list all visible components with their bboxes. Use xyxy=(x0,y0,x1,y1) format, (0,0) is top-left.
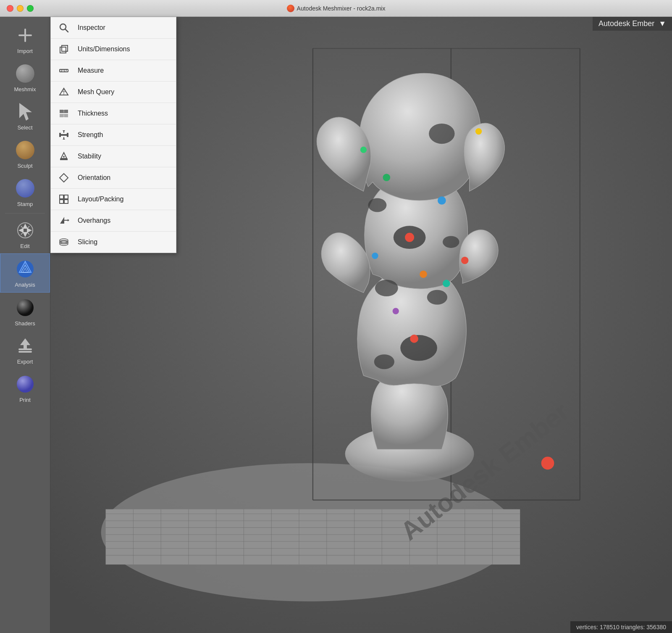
plus-icon xyxy=(14,24,36,46)
meshmix-icon xyxy=(14,63,36,84)
analysis-icon xyxy=(14,258,36,280)
sidebar-label-print: Print xyxy=(19,397,31,403)
svg-marker-42 xyxy=(63,130,65,132)
sidebar-item-meshmix[interactable]: Meshmix xyxy=(0,58,50,97)
analysis-item-strength[interactable]: Strength xyxy=(51,124,176,146)
slicing-icon xyxy=(58,236,70,248)
status-text: vertices: 178510 triangles: 356380 xyxy=(576,624,666,630)
svg-point-95 xyxy=(443,236,459,248)
maximize-button[interactable] xyxy=(27,5,34,12)
units-dimensions-label: Units/Dimensions xyxy=(78,45,130,53)
sidebar-item-stamp[interactable]: Stamp xyxy=(0,173,50,211)
sidebar-item-import[interactable]: Import xyxy=(0,20,50,58)
analysis-item-units-dimensions[interactable]: Units/Dimensions xyxy=(51,39,176,60)
svg-point-92 xyxy=(400,335,437,361)
svg-rect-48 xyxy=(60,195,63,199)
slicing-label: Slicing xyxy=(78,238,97,246)
svg-marker-20 xyxy=(20,338,30,348)
svg-marker-47 xyxy=(60,174,68,182)
inspector-label: Inspector xyxy=(78,24,105,32)
search-icon xyxy=(58,21,70,34)
close-button[interactable] xyxy=(7,5,13,12)
mesh-query-label: Mesh Query xyxy=(78,88,114,96)
svg-point-105 xyxy=(360,147,367,153)
svg-rect-25 xyxy=(62,45,68,51)
svg-point-103 xyxy=(410,335,418,343)
strength-icon xyxy=(58,129,70,141)
svg-rect-26 xyxy=(60,69,68,72)
stability-label: Stability xyxy=(78,153,101,160)
svg-point-17 xyxy=(17,299,34,316)
sidebar-item-shaders[interactable]: Shaders xyxy=(0,293,50,331)
svg-line-9 xyxy=(27,226,29,229)
svg-marker-43 xyxy=(63,138,65,140)
svg-point-104 xyxy=(475,128,482,135)
svg-marker-6 xyxy=(18,228,24,233)
svg-point-97 xyxy=(405,233,414,242)
analysis-item-inspector[interactable]: Inspector xyxy=(51,17,176,39)
thickness-icon xyxy=(58,107,70,120)
print-icon xyxy=(14,373,36,395)
svg-point-93 xyxy=(374,354,394,369)
sidebar-item-select[interactable]: Select xyxy=(0,97,50,135)
sidebar-item-edit[interactable]: Edit xyxy=(0,215,50,253)
app-icon xyxy=(287,5,294,12)
svg-rect-39 xyxy=(67,133,68,137)
sidebar-item-export[interactable]: Export xyxy=(0,331,50,369)
select-arrow-icon xyxy=(14,101,36,123)
analysis-item-stability[interactable]: Stability xyxy=(51,146,176,167)
sidebar-label-analysis: Analysis xyxy=(15,282,35,288)
analysis-item-thickness[interactable]: Thickness xyxy=(51,103,176,124)
edit-icon xyxy=(14,219,36,241)
thickness-label: Thickness xyxy=(78,110,108,117)
svg-rect-24 xyxy=(60,47,66,53)
analysis-panel: Inspector Units/Dimensions xyxy=(50,17,176,253)
sidebar-item-print[interactable]: Print xyxy=(0,369,50,407)
sidebar-label-sculpt: Sculpt xyxy=(17,163,32,169)
svg-point-107 xyxy=(372,253,378,259)
svg-point-91 xyxy=(427,290,447,305)
svg-line-10 xyxy=(21,232,24,235)
svg-rect-51 xyxy=(64,200,68,203)
analysis-item-slicing[interactable]: Slicing xyxy=(51,232,176,253)
sidebar-label-import: Import xyxy=(17,48,33,54)
svg-point-98 xyxy=(383,174,391,181)
analysis-item-mesh-query[interactable]: Mesh Query xyxy=(51,82,176,103)
measure-label: Measure xyxy=(78,67,104,74)
analysis-item-overhangs[interactable]: Overhangs xyxy=(51,210,176,232)
analysis-item-layout-packing[interactable]: Layout/Packing xyxy=(51,189,176,210)
analysis-item-orientation[interactable]: Orientation xyxy=(51,167,176,189)
overhangs-label: Overhangs xyxy=(78,217,110,224)
svg-point-108 xyxy=(541,457,554,470)
diamond-icon xyxy=(58,171,70,184)
ruler-icon xyxy=(58,64,70,77)
sidebar-label-export: Export xyxy=(17,359,33,365)
svg-point-94 xyxy=(368,198,386,212)
stability-icon xyxy=(58,150,70,163)
svg-rect-38 xyxy=(59,133,61,137)
viewport-dropdown-arrow[interactable]: ▼ xyxy=(659,19,666,28)
svg-point-21 xyxy=(17,376,34,393)
svg-point-102 xyxy=(443,280,450,287)
sidebar-divider-1 xyxy=(5,213,45,214)
layout-packing-label: Layout/Packing xyxy=(78,195,123,203)
svg-rect-50 xyxy=(60,200,63,203)
svg-point-101 xyxy=(393,308,399,314)
minimize-button[interactable] xyxy=(17,5,24,12)
sidebar-label-select: Select xyxy=(17,124,32,131)
sidebar-label-meshmix: Meshmix xyxy=(14,86,36,92)
svg-rect-19 xyxy=(18,351,32,353)
sidebar-label-stamp: Stamp xyxy=(17,201,33,207)
svg-point-46 xyxy=(63,156,65,158)
stamp-icon xyxy=(14,177,36,199)
sidebar-item-sculpt[interactable]: Sculpt xyxy=(0,135,50,173)
status-bar: vertices: 178510 triangles: 356380 xyxy=(570,621,672,633)
analysis-item-measure[interactable]: Measure xyxy=(51,60,176,82)
svg-point-99 xyxy=(438,196,446,205)
sidebar-item-analysis[interactable]: Analysis xyxy=(0,253,50,293)
svg-point-90 xyxy=(375,280,398,296)
export-icon xyxy=(14,335,36,357)
overhangs-icon xyxy=(58,214,70,227)
svg-point-100 xyxy=(420,271,427,278)
svg-marker-2 xyxy=(19,103,32,121)
